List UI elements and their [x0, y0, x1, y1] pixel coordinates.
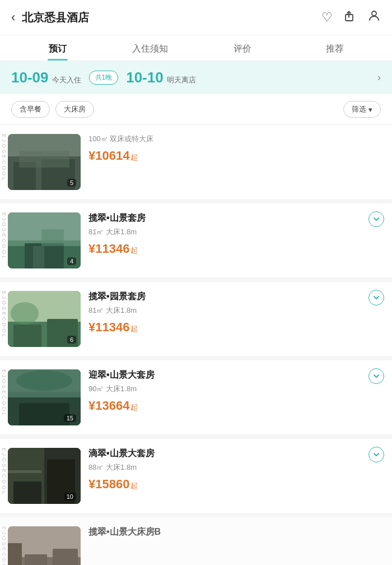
room-meta: 88㎡ 大床1.8m	[88, 462, 383, 473]
room-price: ¥11346 起	[88, 320, 383, 335]
filter-bar: 含早餐 大床房 筛选 ▾	[0, 94, 392, 125]
room-list: E·J·O·S·E·C·D·O·L 5 100㎡ 双床或特大床 ¥10614 起	[0, 125, 392, 565]
tabs-bar: 预订 入住须知 评价 推荐	[0, 35, 392, 61]
room-image[interactable]: 5	[8, 134, 81, 190]
watermark-text: E·J·O·S·E·C·D·O·L	[1, 134, 7, 199]
checkout-label: 明天离店	[167, 75, 196, 85]
room-details: 100㎡ 双床或特大床 ¥10614 起	[88, 134, 383, 163]
room-meta: 100㎡ 双床或特大床	[88, 134, 383, 144]
room-name: 揽翠•园景套房	[88, 291, 383, 303]
page-title: 北京悉县酒店	[22, 10, 321, 25]
nights-badge: 共1晚	[89, 71, 119, 85]
filter-breakfast[interactable]: 含早餐	[11, 101, 50, 118]
watermark-text: E·J·O·S·E·C·D·O·L	[1, 291, 7, 356]
checkin-date: 10-09	[11, 69, 49, 86]
svg-point-1	[372, 11, 376, 16]
room-price: ¥11346 起	[88, 242, 383, 256]
svg-rect-11	[33, 246, 44, 268]
svg-rect-37	[8, 543, 22, 565]
tab-recommend[interactable]: 推荐	[288, 35, 381, 61]
svg-point-23	[16, 371, 72, 391]
tab-checkin-info[interactable]: 入住须知	[104, 35, 196, 61]
room-meta: 81㎡ 大床1.8m	[88, 305, 383, 316]
room-name: 揽翠•山景大床房B	[88, 526, 383, 538]
room-meta: 90㎡ 大床1.8m	[88, 384, 383, 394]
room-meta: 81㎡ 大床1.8m	[88, 227, 383, 237]
watermark-text: E·J·O·S·E·C·D·O·L	[1, 212, 7, 277]
expand-button[interactable]	[368, 211, 384, 227]
room-image[interactable]: 4	[8, 212, 81, 268]
list-item[interactable]: E·J·O·S·E·C·D·O·L 3 揽翠•山景大床房B 已订完	[0, 517, 392, 565]
room-image-count: 5	[67, 179, 76, 187]
tab-reviews[interactable]: 评价	[196, 35, 288, 61]
room-name: 揽翠•山景套房	[88, 212, 383, 224]
expand-button[interactable]	[368, 447, 384, 462]
room-details: 揽翠•山景大床房B	[88, 526, 383, 541]
checkin-label: 今天入住	[52, 75, 81, 85]
list-item[interactable]: E·J·O·S·E·C·D·O·L 10 滴翠•山景大套房 88㎡ 大床1.8m…	[0, 439, 392, 513]
room-details: 揽翠•园景套房 81㎡ 大床1.8m ¥11346 起	[88, 291, 383, 335]
share-icon[interactable]	[344, 10, 356, 25]
room-details: 迎翠•山景大套房 90㎡ 大床1.8m ¥13664 起	[88, 369, 383, 413]
room-details: 滴翠•山景大套房 88㎡ 大床1.8m ¥15860 起	[88, 448, 383, 492]
watermark-text: E·J·O·S·E·C·D·O·L	[1, 448, 7, 513]
checkin-info: 10-09 今天入住	[11, 69, 81, 86]
profile-icon[interactable]	[367, 9, 381, 26]
room-name: 滴翠•山景大套房	[88, 448, 383, 460]
svg-rect-31	[8, 470, 41, 473]
room-name: 迎翠•山景大套房	[88, 369, 383, 381]
date-bar[interactable]: 10-09 今天入住 共1晚 10-10 明天离店 ›	[0, 61, 392, 94]
expand-button[interactable]	[368, 368, 384, 384]
date-bar-arrow-icon: ›	[377, 72, 381, 84]
watermark-text: E·J·O·S·E·C·D·O·L	[1, 369, 7, 434]
room-image[interactable]: 6	[8, 291, 81, 347]
expand-button[interactable]	[368, 290, 384, 305]
room-price: ¥15860 起	[88, 477, 383, 492]
svg-rect-35	[25, 554, 47, 565]
room-image-count: 6	[67, 336, 76, 344]
checkout-date: 10-10	[126, 69, 164, 86]
room-image-count: 10	[64, 493, 76, 501]
filter-select-button[interactable]: 筛选 ▾	[343, 101, 381, 118]
room-price: ¥10614 起	[88, 149, 383, 163]
svg-rect-24	[19, 403, 69, 425]
svg-rect-36	[53, 549, 78, 565]
list-item[interactable]: E·J·O·S·E·C·D·O·L 5 100㎡ 双床或特大床 ¥10614 起	[0, 125, 392, 199]
svg-rect-6	[19, 151, 69, 168]
checkout-info: 10-10 明天离店	[126, 69, 196, 86]
heart-icon[interactable]: ♡	[321, 10, 333, 25]
watermark-text: E·J·O·S·E·C·D·O·L	[1, 526, 7, 565]
filter-big-bed[interactable]: 大床房	[55, 101, 94, 118]
room-image-count: 15	[64, 414, 76, 422]
room-image[interactable]: 3	[8, 526, 81, 565]
room-image[interactable]: 10	[8, 448, 81, 504]
list-item[interactable]: E·J·O·S·E·C·D·O·L 6 揽翠•园景套房 81㎡ 大床1.8m ¥…	[0, 282, 392, 356]
back-button[interactable]: ‹	[11, 10, 15, 25]
header-icons: ♡	[321, 9, 381, 26]
room-image-count: 4	[67, 257, 76, 265]
svg-point-18	[11, 302, 39, 325]
header: ‹ 北京悉县酒店 ♡	[0, 0, 392, 35]
tab-booking[interactable]: 预订	[11, 35, 104, 61]
room-details: 揽翠•山景套房 81㎡ 大床1.8m ¥11346 起	[88, 212, 383, 256]
svg-rect-29	[13, 481, 41, 504]
list-item[interactable]: E·J·O·S·E·C·D·O·L 4 揽翠•山景套房 81㎡ 大床1.8m ¥…	[0, 203, 392, 277]
room-image[interactable]: 15	[8, 369, 81, 425]
list-item[interactable]: E·J·O·S·E·C·D·O·L 15 迎翠•山景大套房 90㎡ 大床1.8m…	[0, 360, 392, 434]
room-price: ¥13664 起	[88, 399, 383, 413]
svg-rect-16	[13, 325, 41, 347]
svg-rect-12	[41, 229, 64, 246]
